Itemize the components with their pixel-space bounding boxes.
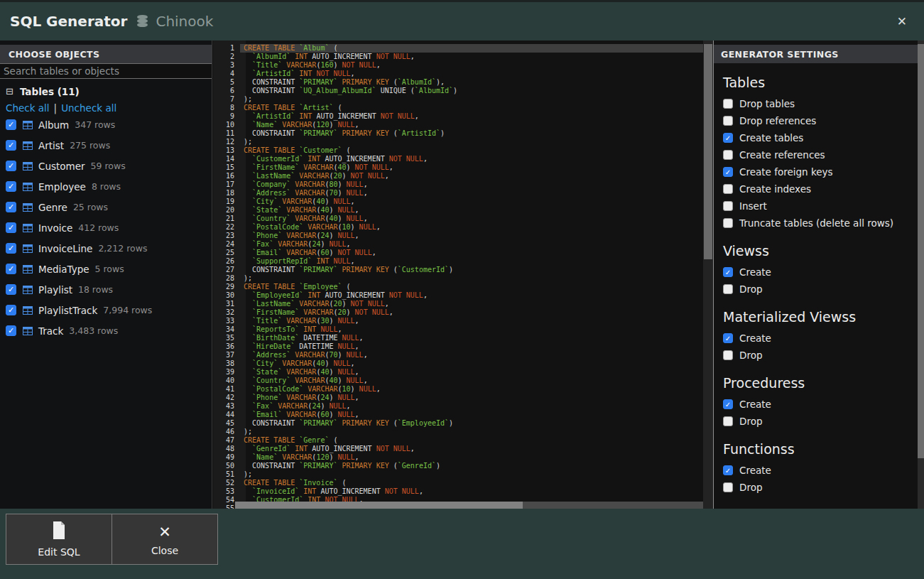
code-line[interactable]: 40 `Country` VARCHAR(40) NULL, <box>213 377 703 385</box>
uncheck-all-link[interactable]: Uncheck all <box>61 102 116 114</box>
table-row[interactable]: ✓Customer59 rows <box>6 156 212 176</box>
setting-option[interactable]: Create references <box>723 146 917 163</box>
code-line[interactable]: 25 `Email` VARCHAR(60) NOT NULL, <box>213 249 703 257</box>
code-line[interactable]: 14 `CustomerId` INT AUTO_INCREMENT NOT N… <box>213 155 703 163</box>
close-icon[interactable]: ✕ <box>897 16 907 28</box>
code-line[interactable]: 15 `FirstName` VARCHAR(40) NOT NULL, <box>213 163 703 172</box>
code-line[interactable]: 31 `LastName` VARCHAR(20) NOT NULL, <box>213 300 703 308</box>
table-checkbox[interactable]: ✓ <box>6 264 16 274</box>
setting-option[interactable]: ✓Create foreign keys <box>723 163 917 180</box>
vertical-scrollbar-thumb[interactable] <box>704 44 712 259</box>
table-row[interactable]: ✓Invoice412 rows <box>6 217 212 238</box>
table-checkbox[interactable]: ✓ <box>6 161 16 171</box>
option-checkbox[interactable] <box>723 150 733 160</box>
option-checkbox[interactable] <box>723 284 733 294</box>
code-line[interactable]: 21 `Country` VARCHAR(40) NULL, <box>213 215 703 223</box>
code-line[interactable]: 53 `InvoiceId` INT AUTO_INCREMENT NOT NU… <box>213 487 703 496</box>
code-line[interactable]: 2 `AlbumId` INT AUTO_INCREMENT NOT NULL, <box>213 53 703 61</box>
table-checkbox[interactable]: ✓ <box>6 243 16 254</box>
table-row[interactable]: ✓MediaType5 rows <box>6 259 212 279</box>
code-line[interactable]: 42 `Phone` VARCHAR(24) NULL, <box>213 394 703 402</box>
option-checkbox[interactable]: ✓ <box>723 133 733 143</box>
table-checkbox[interactable]: ✓ <box>6 140 16 151</box>
table-row[interactable]: ✓Album347 rows <box>6 114 212 135</box>
code-line[interactable]: 45 CONSTRAINT `PRIMARY` PRIMARY KEY (`Em… <box>213 419 703 428</box>
code-line[interactable]: 24 `Fax` VARCHAR(24) NULL, <box>213 240 703 249</box>
option-checkbox[interactable] <box>723 482 733 492</box>
table-row[interactable]: ✓Playlist18 rows <box>6 279 212 300</box>
setting-option[interactable]: Drop <box>723 413 917 430</box>
setting-option[interactable]: ✓Create <box>723 264 917 281</box>
option-checkbox[interactable] <box>723 350 733 360</box>
sql-editor[interactable]: 1CREATE TABLE `Album` (2 `AlbumId` INT A… <box>213 40 703 509</box>
code-line[interactable]: 49 `Name` VARCHAR(120) NULL, <box>213 453 703 462</box>
option-checkbox[interactable] <box>723 184 733 194</box>
code-line[interactable]: 19 `City` VARCHAR(40) NULL, <box>213 197 703 206</box>
code-line[interactable]: 46); <box>213 428 703 436</box>
editor-horizontal-scrollbar[interactable] <box>235 502 703 509</box>
code-line[interactable]: 10 `Name` VARCHAR(120) NULL, <box>213 121 703 129</box>
setting-option[interactable]: ✓Create <box>723 396 917 413</box>
settings-scrollbar[interactable] <box>918 40 924 509</box>
code-line[interactable]: 38 `City` VARCHAR(40) NULL, <box>213 359 703 368</box>
code-line[interactable]: 3 `Title` VARCHAR(160) NOT NULL, <box>213 61 703 70</box>
option-checkbox[interactable]: ✓ <box>723 465 733 475</box>
setting-option[interactable]: Drop references <box>723 112 917 129</box>
code-line[interactable]: 47CREATE TABLE `Genre` ( <box>213 436 703 445</box>
option-checkbox[interactable]: ✓ <box>723 267 733 277</box>
table-checkbox[interactable]: ✓ <box>6 119 16 130</box>
option-checkbox[interactable] <box>723 416 733 426</box>
table-checkbox[interactable]: ✓ <box>6 325 16 336</box>
option-checkbox[interactable]: ✓ <box>723 333 733 343</box>
editor-vertical-scrollbar[interactable] <box>703 40 713 509</box>
table-row[interactable]: ✓Employee8 rows <box>6 176 212 197</box>
option-checkbox[interactable]: ✓ <box>723 399 733 409</box>
code-line[interactable]: 18 `Address` VARCHAR(70) NULL, <box>213 189 703 197</box>
code-line[interactable]: 30 `EmployeeId` INT AUTO_INCREMENT NOT N… <box>213 291 703 300</box>
search-input[interactable] <box>0 63 212 79</box>
code-line[interactable]: 29CREATE TABLE `Employee` ( <box>213 283 703 291</box>
code-line[interactable]: 32 `FirstName` VARCHAR(20) NOT NULL, <box>213 308 703 317</box>
setting-option[interactable]: Insert <box>723 197 917 215</box>
code-line[interactable]: 48 `GenreId` INT AUTO_INCREMENT NOT NULL… <box>213 445 703 453</box>
code-line[interactable]: 20 `State` VARCHAR(40) NULL, <box>213 206 703 215</box>
code-line[interactable]: 39 `State` VARCHAR(40) NULL, <box>213 368 703 377</box>
code-line[interactable]: 33 `Title` VARCHAR(30) NULL, <box>213 317 703 325</box>
tables-group-row[interactable]: ⊟ Tables (11) <box>6 85 212 98</box>
code-line[interactable]: 27 CONSTRAINT `PRIMARY` PRIMARY KEY (`Cu… <box>213 266 703 274</box>
table-row[interactable]: ✓PlaylistTrack7,994 rows <box>6 300 212 320</box>
option-checkbox[interactable] <box>723 116 733 126</box>
code-line[interactable]: 13CREATE TABLE `Customer` ( <box>213 146 703 155</box>
setting-option[interactable]: Drop <box>723 347 917 364</box>
collapse-icon[interactable]: ⊟ <box>6 87 13 97</box>
code-line[interactable]: 52CREATE TABLE `Invoice` ( <box>213 479 703 487</box>
code-line[interactable]: 6 CONSTRAINT `UQ_Album_AlbumId` UNIQUE (… <box>213 87 703 95</box>
code-line[interactable]: 28); <box>213 274 703 283</box>
setting-option[interactable]: Drop <box>723 479 917 496</box>
setting-option[interactable]: Drop <box>723 281 917 298</box>
code-line[interactable]: 51); <box>213 470 703 479</box>
code-line[interactable]: 34 `ReportsTo` INT NULL, <box>213 325 703 334</box>
code-line[interactable]: 4 `ArtistId` INT NOT NULL, <box>213 70 703 78</box>
horizontal-scrollbar-thumb[interactable] <box>235 502 523 509</box>
code-line[interactable]: 23 `Phone` VARCHAR(24) NULL, <box>213 232 703 240</box>
code-line[interactable]: 37 `Address` VARCHAR(70) NULL, <box>213 351 703 359</box>
edit-sql-button[interactable]: Edit SQL <box>6 514 112 565</box>
code-line[interactable]: 8CREATE TABLE `Artist` ( <box>213 104 703 112</box>
setting-option[interactable]: ✓Create tables <box>723 129 917 146</box>
table-checkbox[interactable]: ✓ <box>6 202 16 212</box>
code-line[interactable]: 16 `LastName` VARCHAR(20) NOT NULL, <box>213 172 703 180</box>
option-checkbox[interactable] <box>723 99 733 109</box>
code-line[interactable]: 7); <box>213 95 703 104</box>
table-row[interactable]: ✓Artist275 rows <box>6 135 212 156</box>
setting-option[interactable]: Drop tables <box>723 95 917 112</box>
code-line[interactable]: 43 `Fax` VARCHAR(24) NULL, <box>213 402 703 411</box>
code-line[interactable]: 11 CONSTRAINT `PRIMARY` PRIMARY KEY (`Ar… <box>213 129 703 138</box>
code-line[interactable]: 35 `BirthDate` DATETIME NULL, <box>213 334 703 342</box>
close-button[interactable]: ✕ Close <box>112 514 218 565</box>
code-line[interactable]: 9 `ArtistId` INT AUTO_INCREMENT NOT NULL… <box>213 112 703 121</box>
code-line[interactable]: 17 `Company` VARCHAR(80) NULL, <box>213 180 703 189</box>
setting-option[interactable]: Truncate tables (delete all rows) <box>723 215 917 232</box>
table-row[interactable]: ✓Track3,483 rows <box>6 320 212 341</box>
option-checkbox[interactable] <box>723 218 733 228</box>
